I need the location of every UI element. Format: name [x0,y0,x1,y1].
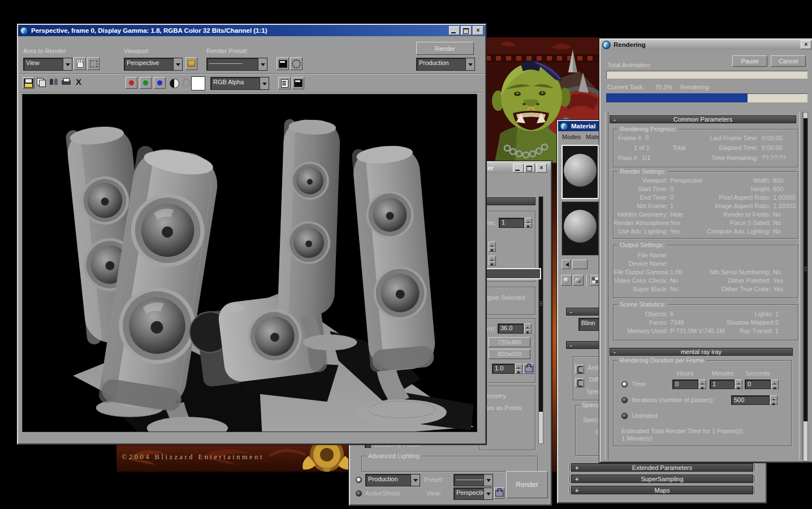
clone-window-button[interactable] [49,77,61,89]
file-field-fragment[interactable] [485,268,541,279]
ambient-diffuse-lock-button[interactable] [575,365,584,374]
rollout-supersampling[interactable]: +SuperSampling [571,475,753,483]
close-button[interactable]: × [536,163,547,172]
rollout-maps[interactable]: +Maps [571,486,753,494]
scrollbar-thumb[interactable] [539,197,543,412]
sample-type-button[interactable] [561,275,572,286]
material-sample-slot[interactable] [562,201,599,256]
monochrome-button[interactable] [170,79,179,88]
pixel-aspect-spinner[interactable] [515,364,522,374]
layer-channels-button[interactable] [278,77,291,89]
pause-button[interactable]: Pause [732,55,767,67]
time-seconds-spinner[interactable] [771,379,779,389]
aperture-spinner[interactable] [524,323,532,334]
render-setup-button[interactable] [277,57,289,70]
output-settings-row: Video Color Check:NoDither Paletted:Yes [614,277,798,285]
rollout-extended-parameters[interactable]: +Extended Parameters [571,463,753,472]
render-frame-titlebar[interactable]: Perspective, frame 0, Display Gamma: 1.8… [18,25,485,36]
common-parameters-rollout[interactable]: -Common Parameters [610,115,796,123]
print-image-button[interactable] [62,77,73,89]
time-minutes-spinner[interactable] [735,379,742,389]
time-hours-spinner[interactable] [699,379,706,389]
dropdown-arrow-icon[interactable] [483,488,493,499]
lock-icon [525,366,533,372]
viewport-dropdown[interactable]: Perspective [124,58,183,71]
view-lock-button[interactable] [494,488,504,499]
backlight-button[interactable] [573,275,584,286]
dropdown-arrow-icon[interactable] [411,475,420,486]
maximize-button[interactable] [461,26,472,35]
view-dropdown[interactable]: Perspective [453,488,493,500]
iterations-spinner[interactable] [770,395,778,405]
rendering-dialog-titlebar[interactable]: Rendering × [601,40,812,50]
scrollbar-thumb[interactable] [804,118,807,421]
nth-frame-spinner[interactable] [525,218,532,228]
basic-params-rollout-header[interactable]: - [566,341,600,349]
dropdown-arrow-icon[interactable] [260,77,269,89]
menu-modes[interactable]: Modes [562,133,581,140]
render-button[interactable]: Render [416,42,474,55]
dropdown-arrow-icon[interactable] [465,58,474,70]
dropdown-arrow-icon[interactable] [258,58,267,70]
pixel-aspect-field[interactable]: 1.0 [492,364,515,374]
nth-frame-field[interactable]: 1 [499,218,524,228]
rendering-duration-label: Rendering Duration per Frame [617,357,706,364]
green-channel-button[interactable] [140,77,152,89]
viewport-lock-button[interactable] [185,57,197,70]
alpha-channel-button[interactable] [182,79,191,87]
image-window-button[interactable] [292,77,304,89]
activeshade-radio[interactable] [356,490,362,497]
slot-option-button[interactable] [572,260,588,269]
close-button[interactable]: × [473,26,483,35]
time-hours-field[interactable]: 0 [672,379,698,389]
channel-display-dropdown[interactable]: RGB Alpha [210,77,269,90]
time-seconds-field[interactable]: 0 [745,379,771,389]
maximize-button[interactable] [524,163,535,172]
area-to-render-dropdown[interactable]: View [23,58,72,71]
dropdown-arrow-icon[interactable] [63,58,72,70]
dropdown-arrow-icon[interactable] [173,58,182,70]
diffuse-specular-lock-button[interactable] [575,378,584,387]
time-radio[interactable] [621,381,628,387]
aperture-field[interactable]: 36.0 [498,323,524,334]
spinner-fragment-2[interactable] [489,256,496,266]
red-channel-button[interactable] [126,77,137,89]
production-radio[interactable] [356,477,362,483]
minimize-button[interactable] [449,26,460,35]
pixel-aspect-lock-button[interactable] [524,364,534,374]
spinner-fragment-1[interactable] [489,241,496,252]
time-minutes-field[interactable]: 1 [710,379,735,389]
rendered-image-viewport [22,94,477,432]
blue-channel-button[interactable] [154,77,166,89]
resolution-720x486-button[interactable]: 720x486 [489,337,530,347]
close-button[interactable]: × [801,40,811,49]
iterations-radio[interactable] [621,397,628,403]
unlimited-radio[interactable] [621,413,628,419]
render-preset-dropdown[interactable]: ---------------- [206,58,267,71]
iterations-field[interactable]: 500 [731,395,770,405]
save-floppy-icon [24,79,33,88]
slot-scroll-left-button[interactable] [562,260,571,269]
seconds-header: Seconds [745,370,771,377]
environment-effects-button[interactable] [290,57,303,70]
shader-rollout-header[interactable]: - [566,308,600,316]
cancel-button[interactable]: Cancel [771,55,806,67]
minimize-button[interactable] [513,163,524,172]
render-mode-dropdown[interactable]: Production [416,58,475,71]
clear-image-button[interactable]: X [74,77,83,88]
production-dropdown[interactable]: Production [365,474,420,486]
resolution-800x600-button[interactable]: 800x600 [489,349,530,359]
mental-ray-iray-rollout[interactable]: -mental ray iray [610,348,793,356]
render-setup-scrollbar[interactable] [538,196,543,444]
edit-region-button[interactable] [74,57,86,70]
render-button[interactable]: Render [506,471,548,498]
menu-material[interactable]: Mate [586,133,599,140]
copy-image-button[interactable] [36,77,47,89]
rendering-dialog-scrollbar[interactable] [803,112,808,461]
auto-region-button[interactable] [87,57,100,70]
dropdown-arrow-icon[interactable] [483,475,493,486]
save-image-button[interactable] [23,77,34,89]
preset-dropdown[interactable]: ------------------ [453,474,493,486]
clear-color-swatch[interactable] [191,76,205,90]
material-sample-slot-active[interactable] [562,145,599,199]
